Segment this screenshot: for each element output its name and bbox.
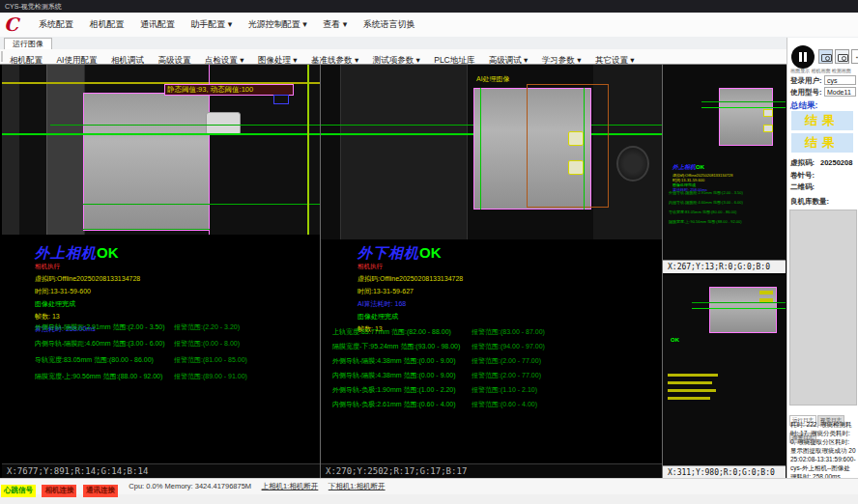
left-camera-status: OK xyxy=(97,244,119,261)
app-window: CYS-视觉检测系统 C 系统配置 相机配置 通讯配置 助手配置 ▾ 光源控制配… xyxy=(0,0,858,504)
small-view2-image[interactable]: OK xyxy=(663,275,786,465)
window-title: CYS-视觉检测系统 xyxy=(5,3,62,10)
left-frame-count: 帧数: 13 xyxy=(35,312,140,322)
overlay-yellow-mark xyxy=(759,291,773,294)
middle-camera-title: 外下相机 xyxy=(358,244,419,261)
small-camera-view-2: OK X:311;Y:980;R:0;G:0;B:0 xyxy=(663,275,786,479)
machine-structure xyxy=(340,65,468,239)
menu-view[interactable]: 查看 ▾ xyxy=(317,13,353,36)
cpu-memory-status: Cpu: 0.0% Memory: 3424.41796875M xyxy=(129,479,251,490)
alarm-row: 报警范围:(0.00 - 8.00) xyxy=(174,339,319,349)
switch-view-button[interactable]: ← xyxy=(851,49,858,64)
arrow-left-icon: ← xyxy=(854,51,858,61)
camera-view-b-button[interactable] xyxy=(835,49,849,64)
mini-camera-status: OK xyxy=(696,164,704,170)
detected-feature-spot xyxy=(763,109,773,117)
menu-language-switch[interactable]: 系统语言切换 xyxy=(358,13,421,36)
comm-link-status-badge: 通讯连接 xyxy=(83,485,118,497)
middle-result-text: 外下相机OK 相机执行 虚拟码:Offline20250208133134728… xyxy=(358,244,463,334)
menu-system-config[interactable]: 系统配置 xyxy=(33,13,79,36)
mini-measure-row: 内侧导轨-隔膜距:4.60mm 范围:(3.00 - 6.00) xyxy=(669,200,743,205)
machine-structure xyxy=(2,65,19,235)
left-exec-label: 相机执行 xyxy=(35,263,140,271)
model-value[interactable]: Mode11 xyxy=(824,87,856,97)
overlay-orange-box xyxy=(527,84,609,208)
alarm-row: 报警范围:(89.00 - 91.00) xyxy=(174,372,319,381)
small-view2-coordinate-bar: X:311;Y:980;R:0;G:0;B:0 xyxy=(663,465,786,479)
result-box-2: 结果 xyxy=(791,133,853,153)
menu-camera-config[interactable]: 相机配置 xyxy=(83,13,129,36)
menu-light-config[interactable]: 光源控制配置 ▾ xyxy=(243,13,313,36)
camera-icon xyxy=(838,54,848,62)
needle-number-label: 卷针号: xyxy=(790,171,815,181)
login-user-label: 登录用户: xyxy=(790,76,822,86)
right-sidebar: ← 画面显示 相机画面 检测画面 登录用户: cys 使用型号: Mode11 … xyxy=(786,38,858,493)
camera-view-a-button[interactable] xyxy=(818,49,833,64)
mini-text-bar xyxy=(668,374,718,377)
detected-feature-spot xyxy=(568,160,584,175)
pause-button[interactable] xyxy=(791,45,815,69)
small-view1-coordinate-bar: X:267;Y:13;R:0;G:0;B:0 xyxy=(663,260,786,273)
overlay-blue-box xyxy=(273,95,289,104)
alarm-row: 报警范围:(2.20 - 3.20) xyxy=(174,322,319,332)
camera-icon xyxy=(821,54,832,62)
view-options-row[interactable]: 画面显示 相机画面 检测画面 xyxy=(790,68,851,73)
machine-structure xyxy=(46,65,85,235)
upper-camera-status[interactable]: 上相机1:相机断开 xyxy=(262,479,319,491)
toolbar: 相机配置 AI使用配置 相机调试 高级设置 点检设置 ▾ 图像处理 ▾ 基准线参… xyxy=(0,49,858,65)
lower-camera-status[interactable]: 下相机1:相机断开 xyxy=(329,479,386,491)
measure-row: 上轨宽度:83.77mm 范围:(82.00 - 88.00) xyxy=(332,327,451,337)
middle-camera-panel: AI处理图像 外下相机OK 相机执行 虚拟码:Offline2025020813… xyxy=(321,65,662,478)
workpiece-block xyxy=(83,93,210,231)
middle-exec-label: 相机执行 xyxy=(358,263,463,271)
mini-text-bar xyxy=(668,389,716,392)
middle-algo-time: AI算法耗时: 168 xyxy=(358,299,463,309)
left-process-done: 图像处理完成 xyxy=(35,299,140,309)
overlay-green-line xyxy=(480,88,481,210)
measure-row: 外侧导轨-隔膜距:2.91mm 范围:(2.00 - 3.50) xyxy=(35,322,165,332)
menu-comm-config[interactable]: 通讯配置 xyxy=(134,13,181,36)
detected-feature-spot xyxy=(568,131,584,146)
bolt-feature xyxy=(616,146,649,182)
login-user-value[interactable]: cys xyxy=(824,75,856,85)
left-camera-image[interactable]: 静态阈值:93, 动态阈值:100 xyxy=(2,65,320,235)
pause-icon xyxy=(799,52,802,62)
overlay-green-line xyxy=(584,88,585,210)
left-time: 时间:13-31-59-600 xyxy=(35,287,140,296)
menu-items: 系统配置 相机配置 通讯配置 助手配置 ▾ 光源控制配置 ▾ 查看 ▾ 系统语言… xyxy=(33,13,421,37)
mini-camera-title: 外上相机 xyxy=(672,164,696,170)
measure-row: 内侧导轨-隔膜:4.38mm 范围:(0.00 - 9.00) xyxy=(332,371,456,380)
alarm-row: 报警范围:(94.00 - 97.00) xyxy=(472,342,660,351)
mini-measure-row: 导轨宽度:83.05mm 范围:(80.00 - 86.00) xyxy=(669,210,736,214)
toolbar-handle[interactable] xyxy=(1,51,3,62)
left-camera-title: 外上相机 xyxy=(35,244,97,261)
virtual-code-value: 20250208 xyxy=(820,158,852,167)
alarm-row: 报警范围:(1.10 - 2.10) xyxy=(472,385,660,395)
middle-camera-status: OK xyxy=(419,244,442,261)
middle-time: 时间:13-31-59-627 xyxy=(358,287,463,296)
app-logo-icon: C xyxy=(4,14,29,35)
overlay-yellow-mark xyxy=(759,298,773,302)
result-box-1: 结果 xyxy=(791,111,853,130)
overlay-green-line xyxy=(83,204,320,205)
overlay-green-line xyxy=(692,302,786,303)
overlay-green-line xyxy=(692,308,786,309)
overlay-green-line xyxy=(2,133,320,135)
overlay-yellowgreen-line xyxy=(307,65,309,235)
virtual-code-label: 虚拟码: xyxy=(790,158,815,168)
middle-camera-image[interactable]: AI处理图像 xyxy=(321,65,662,239)
model-label: 使用型号: xyxy=(790,88,822,98)
mini-status: OK xyxy=(671,337,679,343)
menu-assist-config[interactable]: 助手配置 ▾ xyxy=(185,13,238,36)
alarm-row: 报警范围:(81.00 - 85.00) xyxy=(174,355,319,365)
measure-row: 导轨宽度:83.05mm 范围:(80.00 - 86.00) xyxy=(35,355,154,365)
workpiece-connector xyxy=(206,112,241,135)
left-coordinate-bar: X:7677;Y:891;R:14;G:14;B:14 xyxy=(2,463,320,478)
tab-strip: 运行图像 xyxy=(0,37,858,50)
mini-text-bar xyxy=(668,381,712,384)
menu-bar: C 系统配置 相机配置 通讯配置 助手配置 ▾ 光源控制配置 ▾ 查看 ▾ 系统… xyxy=(0,13,858,38)
middle-coordinate-bar: X:270;Y:2502;R:17;G:17;B:17 xyxy=(321,463,662,478)
alarm-row: 报警范围:(2.00 - 77.00) xyxy=(472,371,660,380)
small-view1-image[interactable]: 外上相机OK 虚拟码:Offline20250208133134728 时间:1… xyxy=(663,65,786,260)
alarm-row: 报警范围:(0.60 - 4.00) xyxy=(472,400,660,409)
